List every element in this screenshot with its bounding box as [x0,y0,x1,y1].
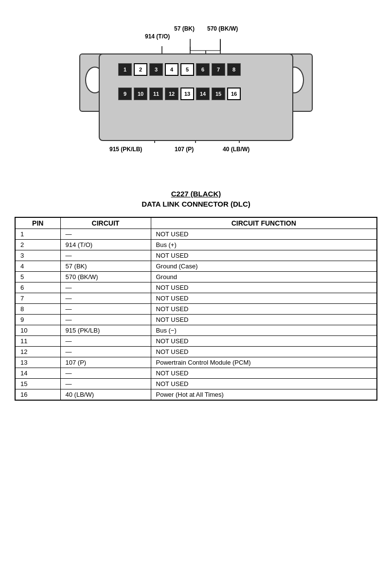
cell-circuit: 107 (P) [60,357,151,368]
pin-5: 5 [180,63,194,76]
label-57: 57 (BK) [174,25,195,32]
pin-row-bottom: 9 10 11 12 13 14 15 16 [118,88,241,100]
cell-circuit: — [60,250,151,261]
cell-pin: 14 [15,368,60,379]
title-section: C227 (BLACK) DATA LINK CONNECTOR (DLC) [15,190,377,208]
label-914: 914 (T/O) [145,33,170,40]
cell-circuit: 40 (LB/W) [60,389,151,401]
cell-function: Bus (+) [151,240,377,250]
cell-function: NOT USED [151,379,377,389]
col-header-pin: PIN [15,217,60,229]
pin-16: 16 [227,88,241,100]
cell-pin: 7 [15,293,60,304]
table-row: 14—NOT USED [15,368,377,379]
label-40: 40 (LB/W) [223,146,249,153]
pin-3: 3 [149,63,163,76]
cell-pin: 3 [15,250,60,261]
table-row: 1640 (LB/W)Power (Hot at All Times) [15,389,377,401]
cell-function: NOT USED [151,282,377,293]
cell-pin: 8 [15,304,60,315]
cell-pin: 13 [15,357,60,368]
cell-circuit: 915 (PK/LB) [60,325,151,336]
cell-circuit: 57 (BK) [60,261,151,272]
table-row: 8—NOT USED [15,304,377,315]
pin-7: 7 [212,63,225,76]
table-row: 15—NOT USED [15,379,377,389]
label-915: 915 (PK/LB) [109,146,142,153]
table-row: 11—NOT USED [15,336,377,347]
cell-pin: 5 [15,272,60,282]
table-row: 12—NOT USED [15,347,377,357]
cell-circuit: — [60,336,151,347]
cell-function: NOT USED [151,368,377,379]
pin-15: 15 [212,88,225,100]
table-row: 3—NOT USED [15,250,377,261]
pin-11: 11 [149,88,163,100]
col-header-circuit: CIRCUIT [60,217,151,229]
cell-function: NOT USED [151,304,377,315]
cell-function: NOT USED [151,293,377,304]
cell-circuit: — [60,379,151,389]
pin-12: 12 [165,88,178,100]
cell-pin: 11 [15,336,60,347]
label-107: 107 (P) [175,146,194,153]
cell-function: Ground [151,272,377,282]
pin-2: 2 [134,63,147,76]
pin-6: 6 [196,63,210,76]
cell-function: NOT USED [151,229,377,240]
pin-9: 9 [118,88,132,100]
page: 1 2 3 4 5 6 7 8 9 10 11 12 13 14 15 16 [0,0,392,581]
cell-pin: 16 [15,389,60,401]
table-row: 6—NOT USED [15,282,377,293]
cell-function: NOT USED [151,250,377,261]
cell-circuit: — [60,368,151,379]
cell-function: Powertrain Control Module (PCM) [151,357,377,368]
table-row: 9—NOT USED [15,315,377,325]
diagram-wrapper: 1 2 3 4 5 6 7 8 9 10 11 12 13 14 15 16 [70,15,322,180]
table-row: 457 (BK)Ground (Case) [15,261,377,272]
connector-subtitle: DATA LINK CONNECTOR (DLC) [15,200,377,208]
cell-function: NOT USED [151,315,377,325]
cell-pin: 15 [15,379,60,389]
cell-function: Power (Hot at All Times) [151,389,377,401]
cell-function: NOT USED [151,347,377,357]
pin-13: 13 [180,88,194,100]
cell-pin: 9 [15,315,60,325]
cell-circuit: 570 (BK/W) [60,272,151,282]
table-row: 2914 (T/O)Bus (+) [15,240,377,250]
cell-circuit: — [60,282,151,293]
cell-pin: 10 [15,325,60,336]
pin-14: 14 [196,88,210,100]
table-row: 10915 (PK/LB)Bus (−) [15,325,377,336]
pin-1: 1 [118,63,132,76]
cell-pin: 1 [15,229,60,240]
label-570: 570 (BK/W) [207,25,238,32]
pin-4: 4 [165,63,178,76]
cell-function: Bus (−) [151,325,377,336]
connector-title: C227 (BLACK) [15,190,377,198]
cell-circuit: — [60,315,151,325]
cell-circuit: 914 (T/O) [60,240,151,250]
cell-function: Ground (Case) [151,261,377,272]
col-header-function: CIRCUIT FUNCTION [151,217,377,229]
cell-pin: 12 [15,347,60,357]
cell-circuit: — [60,347,151,357]
pin-10: 10 [134,88,147,100]
pin-8: 8 [227,63,241,76]
cell-pin: 6 [15,282,60,293]
cell-pin: 2 [15,240,60,250]
table-row: 13107 (P)Powertrain Control Module (PCM) [15,357,377,368]
table-row: 5570 (BK/W)Ground [15,272,377,282]
diagram-container: 1 2 3 4 5 6 7 8 9 10 11 12 13 14 15 16 [15,15,377,180]
cell-pin: 4 [15,261,60,272]
table-header-row: PIN CIRCUIT CIRCUIT FUNCTION [15,217,377,229]
pin-row-top: 1 2 3 4 5 6 7 8 [118,63,241,76]
pin-table: PIN CIRCUIT CIRCUIT FUNCTION 1—NOT USED2… [15,217,377,401]
table-row: 1—NOT USED [15,229,377,240]
table-row: 7—NOT USED [15,293,377,304]
cell-function: NOT USED [151,336,377,347]
cell-circuit: — [60,229,151,240]
cell-circuit: — [60,293,151,304]
cell-circuit: — [60,304,151,315]
